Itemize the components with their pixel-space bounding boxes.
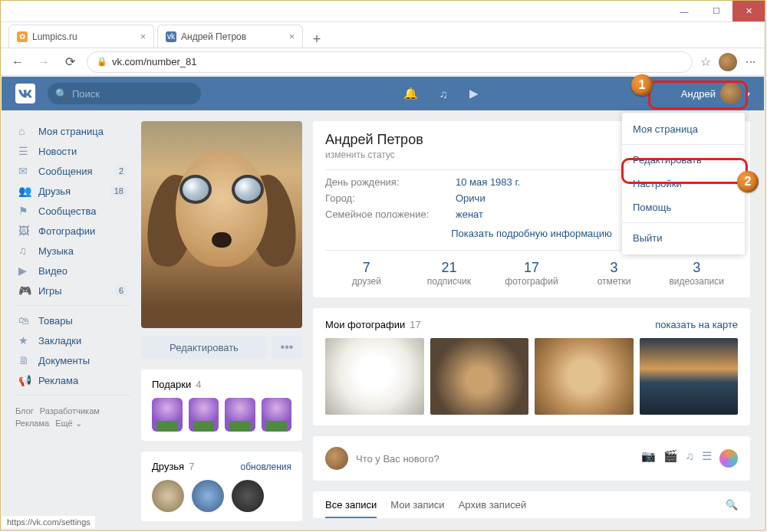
edit-button[interactable]: Редактировать	[141, 336, 267, 359]
sidebar-footer: Блог Разработчикам Реклама Ещё ⌄	[15, 400, 130, 429]
dropdown-settings[interactable]: Настройки	[622, 172, 745, 195]
friend-avatar[interactable]	[152, 480, 184, 512]
new-tab-button[interactable]: +	[306, 31, 328, 48]
url-field[interactable]: 🔒 vk.com/number_81	[87, 51, 693, 73]
photo-thumb[interactable]	[430, 338, 529, 415]
sidebar-item-messages[interactable]: ✉Сообщения2	[15, 161, 130, 181]
window-minimize[interactable]: —	[668, 1, 700, 21]
search-input[interactable]: 🔍 Поиск	[48, 83, 201, 104]
avatar	[720, 83, 742, 104]
search-posts-icon[interactable]: 🔍	[726, 499, 738, 518]
sidebar-item-my-page[interactable]: ⌂Моя страница	[15, 121, 130, 141]
gift-item[interactable]	[152, 398, 183, 432]
more-button[interactable]: •••	[272, 336, 302, 359]
footer-link[interactable]: Блог	[15, 406, 34, 415]
emoji-icon[interactable]	[719, 449, 738, 468]
sidebar-item-news[interactable]: ☰Новости	[15, 141, 130, 161]
counter-photos[interactable]: 17фотографий	[490, 260, 573, 287]
window-maximize[interactable]: ☐	[700, 1, 732, 21]
sidebar-item-games[interactable]: 🎮Игры6	[15, 281, 130, 300]
friends-icon: 👥	[18, 185, 32, 197]
sidebar-item-docs[interactable]: 🗎Документы	[15, 350, 130, 370]
photos-card: Мои фотографии 17 показать на карте	[313, 308, 750, 425]
music-icon[interactable]: ♫	[435, 87, 453, 100]
photo-thumb[interactable]	[535, 338, 634, 415]
tab-archive[interactable]: Архив записей	[459, 499, 527, 518]
photo-thumb[interactable]	[325, 338, 424, 415]
footer-link[interactable]: Разработчикам	[40, 406, 100, 415]
friend-avatar[interactable]	[192, 480, 224, 512]
birthday-link[interactable]: 10 мая 1983 г.	[456, 176, 520, 188]
friend-avatar[interactable]	[232, 480, 264, 512]
video-icon: ▶	[18, 264, 32, 277]
browser-tabs: ✿ Lumpics.ru × vk Андрей Петров × +	[1, 22, 765, 48]
window-title-bar: — ☐ ✕	[1, 1, 765, 22]
user-menu-button[interactable]: Андрей ▾	[681, 83, 750, 104]
tab-my-posts[interactable]: Мои записи	[390, 499, 444, 518]
search-placeholder: Поиск	[72, 88, 100, 100]
gifts-block: Подарки 4	[141, 369, 302, 441]
gift-item[interactable]	[189, 398, 219, 432]
gift-item[interactable]	[225, 398, 255, 432]
footer-link[interactable]: Ещё ⌄	[55, 419, 82, 429]
dropdown-exit[interactable]: Выйти	[622, 226, 745, 250]
favicon-lumpics: ✿	[17, 31, 28, 42]
attach-photo-icon[interactable]: 📷	[641, 449, 656, 468]
market-icon: 🛍	[18, 314, 32, 327]
back-button[interactable]: ←	[8, 53, 27, 71]
groups-icon: ⚑	[18, 205, 32, 217]
sidebar-item-video[interactable]: ▶Видео	[15, 261, 130, 281]
post-placeholder[interactable]: Что у Вас нового?	[356, 453, 439, 465]
player-icon[interactable]: ▶	[465, 87, 483, 100]
sidebar-item-friends[interactable]: 👥Друзья18	[15, 181, 130, 201]
close-icon[interactable]: ×	[140, 31, 146, 42]
feed-card: Все записи Мои записи Архив записей 🔍	[313, 491, 750, 518]
photo-thumb[interactable]	[640, 338, 739, 415]
annotation-badge-2: 2	[737, 171, 759, 192]
sidebar-item-music[interactable]: ♫Музыка	[15, 241, 130, 261]
counter-subs[interactable]: 21подписчик	[408, 260, 491, 287]
tab-vk[interactable]: vk Андрей Петров ×	[157, 25, 303, 48]
footer-link[interactable]: Реклама	[15, 419, 49, 429]
left-sidebar: ⌂Моя страница ☰Новости ✉Сообщения2 👥Друз…	[15, 121, 130, 529]
dropdown-help[interactable]: Помощь	[622, 195, 745, 219]
browser-menu-icon[interactable]: ⋮	[745, 57, 757, 67]
window-close[interactable]: ✕	[732, 1, 765, 21]
counter-tags[interactable]: 3отметки	[573, 260, 656, 287]
attach-music-icon[interactable]: ♫	[686, 449, 694, 468]
close-icon[interactable]: ×	[289, 31, 295, 42]
user-name: Андрей	[681, 88, 716, 100]
reload-button[interactable]: ⟳	[61, 53, 79, 71]
counter-friends[interactable]: 7друзей	[325, 260, 408, 287]
city-link[interactable]: Оричи	[456, 192, 486, 204]
sidebar-item-photos[interactable]: 🖼Фотографии	[15, 221, 130, 241]
search-icon: 🔍	[55, 88, 67, 100]
news-icon: ☰	[18, 145, 32, 157]
home-icon: ⌂	[18, 125, 32, 137]
updates-link[interactable]: обновления	[241, 461, 291, 472]
dropdown-my-page[interactable]: Моя страница	[622, 117, 745, 141]
sidebar-item-market[interactable]: 🛍Товары	[15, 310, 130, 330]
profile-left-column: Редактировать ••• Подарки 4 Друзья 7обно…	[141, 121, 302, 529]
vk-logo[interactable]	[15, 84, 35, 103]
address-bar: ← → ⟳ 🔒 vk.com/number_81 ☆ ⋮	[1, 48, 765, 76]
show-on-map-link[interactable]: показать на карте	[655, 319, 738, 330]
relation-link[interactable]: женат	[456, 209, 483, 220]
bookmark-star-icon[interactable]: ☆	[700, 54, 711, 69]
attach-video-icon[interactable]: 🎬	[663, 449, 678, 468]
music-icon: ♫	[18, 245, 32, 257]
dropdown-edit[interactable]: Редактировать	[622, 148, 745, 172]
tab-lumpics[interactable]: ✿ Lumpics.ru ×	[8, 25, 154, 48]
gift-item[interactable]	[262, 398, 292, 432]
notifications-icon[interactable]: 🔔	[399, 87, 423, 100]
forward-button[interactable]: →	[35, 53, 53, 71]
browser-status-bar: https://vk.com/settings	[2, 516, 95, 528]
profile-photo[interactable]	[141, 121, 302, 328]
attach-more-icon[interactable]: ☰	[702, 449, 712, 468]
sidebar-item-bookmarks[interactable]: ★Закладки	[15, 330, 130, 350]
browser-profile-avatar[interactable]	[719, 53, 737, 71]
sidebar-item-ads[interactable]: 📢Реклама	[15, 370, 130, 390]
counter-videos[interactable]: 3видеозаписи	[655, 260, 738, 287]
tab-all-posts[interactable]: Все записи	[325, 499, 377, 518]
sidebar-item-groups[interactable]: ⚑Сообщества	[15, 201, 130, 221]
